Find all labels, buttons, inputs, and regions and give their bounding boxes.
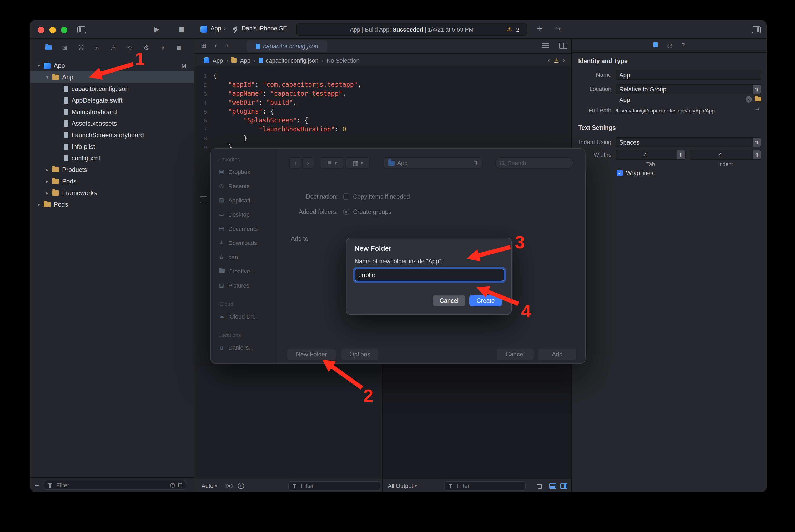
zoom-window-button[interactable] [61, 27, 67, 33]
close-window-button[interactable] [38, 27, 44, 33]
sidebar-item-dropbox[interactable]: ▣Dropbox [211, 165, 276, 179]
console-filter-input[interactable] [456, 482, 522, 489]
sheet-search-field[interactable] [495, 157, 574, 169]
crumb-file[interactable]: capacitor.config.json [266, 57, 318, 63]
code-review-icon[interactable]: ↪ [555, 25, 561, 33]
warning-icon[interactable]: ⚠ [554, 57, 559, 64]
run-button[interactable]: ▶ [154, 25, 159, 33]
clear-group-icon[interactable]: × [745, 96, 752, 102]
find-navigator-icon[interactable]: ⌕ [94, 44, 101, 52]
auto-scope-dropdown[interactable]: Auto [201, 482, 213, 489]
quick-help-inspector-icon[interactable]: ? [682, 42, 685, 49]
scheme-name[interactable]: App [211, 25, 221, 32]
history-inspector-icon[interactable]: ◷ [667, 42, 672, 49]
list-view-dropdown[interactable]: ≣▾ [320, 157, 344, 169]
quick-look-eye-icon[interactable] [225, 483, 233, 488]
dialog-create-button[interactable]: Create [469, 295, 502, 306]
warning-count[interactable]: 2 [516, 26, 519, 33]
symbol-navigator-icon[interactable]: ⌘ [77, 44, 85, 52]
project-navigator-icon[interactable] [45, 44, 52, 52]
copy-items-option[interactable]: Copy items if needed [353, 193, 410, 200]
go-forward-icon[interactable]: › [226, 42, 228, 50]
tree-row-config-xml[interactable]: config.xml [30, 152, 194, 164]
create-groups-option[interactable]: Create groups [353, 209, 392, 215]
variables-filter-field[interactable] [288, 481, 380, 491]
next-issue-icon[interactable]: › [562, 57, 565, 64]
sheet-cancel-button[interactable]: Cancel [497, 348, 534, 360]
sidebar-item-creative[interactable]: Creative... [211, 264, 276, 278]
indent-using-dropdown[interactable]: Spaces ⇅ [616, 137, 761, 147]
library-plus-button[interactable]: + [537, 24, 543, 33]
editor-minimap-toggle-icon[interactable] [200, 196, 207, 204]
tree-row-info-plist[interactable]: Info.plist [30, 141, 194, 152]
tree-row-assets[interactable]: Assets.xcassets [30, 118, 194, 129]
folder-name-input[interactable] [355, 269, 504, 281]
disclosure-open-icon[interactable]: ▾ [35, 63, 42, 68]
previous-issue-icon[interactable]: ‹ [547, 57, 550, 64]
tree-row-launchscreen[interactable]: LaunchScreen.storyboard [30, 129, 194, 141]
options-button[interactable]: Options [341, 348, 378, 360]
sidebar-item-daniels-mac[interactable]: ▯Daniel's... [211, 340, 276, 354]
indent-width-stepper[interactable]: 4 ⇅ [690, 150, 761, 160]
sheet-search-input[interactable] [507, 159, 569, 167]
variables-filter-input[interactable] [300, 482, 377, 489]
dialog-cancel-button[interactable]: Cancel [433, 295, 465, 306]
tree-row-pods-project[interactable]: ▸ Pods [30, 199, 194, 210]
minimize-window-button[interactable] [50, 27, 56, 33]
crumb-group[interactable]: App [240, 57, 250, 63]
disclosure-closed-icon[interactable]: ▸ [35, 202, 42, 207]
tree-row-project-app[interactable]: ▾ App M [30, 60, 194, 72]
tree-row-group-app[interactable]: ▾ App [30, 72, 194, 83]
clear-console-trash-icon[interactable] [537, 482, 542, 489]
sheet-back-button[interactable]: ‹ [289, 157, 302, 169]
sidebar-item-documents[interactable]: ▤Documents [211, 221, 276, 235]
test-navigator-icon[interactable]: ◇ [126, 44, 134, 52]
disclosure-open-icon[interactable]: ▾ [44, 75, 51, 80]
go-back-icon[interactable]: ‹ [215, 42, 217, 50]
crumb-project[interactable]: App [213, 57, 223, 63]
toggle-inspectors-icon[interactable] [752, 26, 761, 33]
reveal-path-arrow-icon[interactable]: → [755, 106, 759, 112]
sheet-forward-button[interactable]: › [302, 157, 314, 169]
disclosure-closed-icon[interactable]: ▸ [44, 179, 51, 184]
sidebar-item-icloud-drive[interactable]: ☁iCloud Dri... [211, 309, 276, 323]
tree-row-frameworks[interactable]: ▸ Frameworks [30, 187, 194, 199]
issue-navigator-icon[interactable]: ⚠ [110, 44, 117, 52]
tree-row-products[interactable]: ▸ Products [30, 164, 194, 176]
tree-row-capacitor-config[interactable]: capacitor.config.json [30, 83, 194, 95]
tree-row-appdelegate[interactable]: AppDelegate.swift [30, 95, 194, 106]
tab-width-stepper[interactable]: 4 ⇅ [616, 150, 686, 160]
toggle-navigator-icon[interactable] [77, 26, 86, 33]
run-destination[interactable]: Dan's iPhone SE [241, 25, 287, 32]
sidebar-item-recents[interactable]: ◷Recents [211, 179, 276, 193]
current-folder-dropdown[interactable]: App ⇅ [383, 157, 483, 169]
sidebar-item-pictures[interactable]: ▨Pictures [211, 278, 276, 292]
file-inspector-icon[interactable] [654, 42, 658, 49]
all-output-dropdown[interactable]: All Output [388, 482, 413, 489]
console-filter-field[interactable] [444, 481, 526, 491]
name-field[interactable]: App [616, 70, 761, 80]
breakpoint-navigator-icon[interactable]: ⌖ [159, 44, 166, 52]
report-navigator-icon[interactable]: ≣ [175, 44, 183, 52]
icon-view-dropdown[interactable]: ▦▾ [346, 157, 370, 169]
navigator-filter-field[interactable]: ◷⊟ [44, 480, 186, 490]
crumb-selection[interactable]: No Selection [327, 57, 360, 63]
wrap-lines-checkbox[interactable]: ✓ [617, 170, 623, 176]
adjust-editor-icon[interactable] [542, 43, 549, 49]
add-item-plus-button[interactable]: + [30, 481, 44, 489]
tree-row-pods-group[interactable]: ▸ Pods [30, 176, 194, 187]
disclosure-closed-icon[interactable]: ▸ [44, 167, 51, 172]
related-items-grid-icon[interactable]: ⊞ [201, 42, 206, 50]
split-editor-icon[interactable] [559, 43, 567, 49]
print-description-icon[interactable]: i [238, 482, 244, 489]
sheet-add-button[interactable]: Add [538, 348, 576, 360]
copy-items-checkbox[interactable] [343, 193, 349, 200]
warning-icon[interactable]: ⚠ [507, 26, 512, 33]
source-control-filter-icon[interactable]: ⊟ [178, 481, 183, 488]
toggle-console-pane-icon[interactable] [560, 483, 567, 489]
tree-row-main-storyboard[interactable]: Main.storyboard [30, 106, 194, 118]
choose-folder-icon[interactable] [755, 97, 761, 101]
toggle-variables-pane-icon[interactable] [549, 483, 556, 489]
sidebar-item-home[interactable]: ⌂dan [211, 250, 276, 264]
navigator-filter-input[interactable] [55, 481, 170, 489]
